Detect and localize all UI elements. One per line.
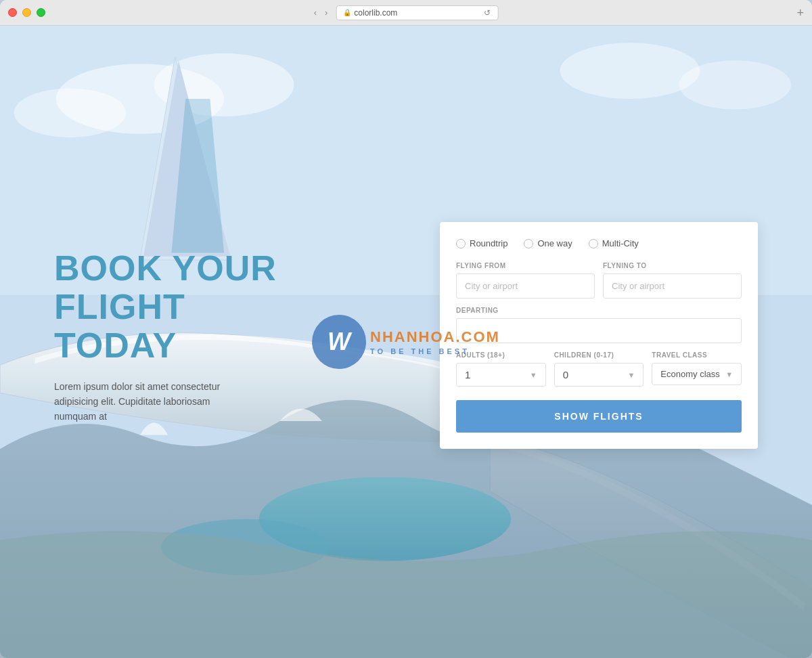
flying-to-input[interactable] <box>603 273 742 299</box>
passengers-row: ADULTS (18+) 1 ▼ CHILDREN (0-17) 0 ▼ TRA… <box>456 351 742 387</box>
roundtrip-label: Roundtrip <box>470 238 508 248</box>
flying-from-group: FLYING FROM <box>456 262 595 299</box>
adults-decrement-icon[interactable]: ▼ <box>530 371 537 379</box>
children-value: 0 <box>563 369 568 380</box>
titlebar-center: ‹ › 🔒 colorlib.com ↺ <box>314 5 499 20</box>
flying-to-label: FLYNING TO <box>603 262 742 269</box>
flying-from-label: FLYING FROM <box>456 262 595 269</box>
minimize-button[interactable] <box>22 8 31 17</box>
travel-class-label: TRAVEL CLASS <box>652 351 742 359</box>
add-tab-button[interactable]: + <box>796 7 804 19</box>
departing-input[interactable] <box>456 318 742 343</box>
url-bar[interactable]: 🔒 colorlib.com ↺ <box>336 5 498 20</box>
hero-title: BOOK YOUR FLIGHT TODAY <box>54 249 277 366</box>
lock-icon: 🔒 <box>343 9 351 16</box>
traffic-lights <box>8 8 45 17</box>
multicity-label: Multi-City <box>602 238 639 248</box>
titlebar-right: + <box>796 7 804 19</box>
travel-class-value: Economy class <box>660 369 719 379</box>
adults-group: ADULTS (18+) 1 ▼ <box>456 351 546 387</box>
dates-row: DEPARTING <box>456 307 742 343</box>
children-stepper[interactable]: 0 ▼ <box>554 363 644 387</box>
svg-point-6 <box>679 60 791 109</box>
travel-class-select[interactable]: Economy class ▼ <box>652 363 742 385</box>
hero-title-line2: FLIGHT <box>54 288 277 326</box>
travel-class-chevron-icon: ▼ <box>725 370 733 378</box>
show-flights-button[interactable]: SHOW FLIGHTS <box>456 400 742 433</box>
url-text: colorlib.com <box>354 8 397 18</box>
oneway-label: One way <box>537 238 572 248</box>
departing-group: DEPARTING <box>456 307 742 343</box>
back-button[interactable]: ‹ <box>314 7 317 18</box>
browser-window: ‹ › 🔒 colorlib.com ↺ + <box>0 0 812 658</box>
fullscreen-button[interactable] <box>37 8 45 17</box>
adults-stepper[interactable]: 1 ▼ <box>456 363 546 387</box>
search-form-card: Roundtrip One way Multi-City FLYING FROM <box>440 222 758 449</box>
children-label: CHILDREN (0-17) <box>554 351 644 359</box>
departing-label: DEPARTING <box>456 307 742 314</box>
roundtrip-radio[interactable] <box>456 239 466 248</box>
origin-destination-row: FLYING FROM FLYNING TO <box>456 262 742 299</box>
oneway-option[interactable]: One way <box>524 238 572 248</box>
titlebar: ‹ › 🔒 colorlib.com ↺ + <box>0 0 812 26</box>
main-content: W NHANHOA.COM TO BE THE BEST BOOK YOUR F… <box>0 26 812 658</box>
hero-title-line1: BOOK YOUR <box>54 249 277 288</box>
roundtrip-option[interactable]: Roundtrip <box>456 238 508 248</box>
children-decrement-icon[interactable]: ▼ <box>627 371 635 379</box>
hero-section: BOOK YOUR FLIGHT TODAY Lorem ipsum dolor… <box>54 249 277 424</box>
hero-title-line3: TODAY <box>54 326 277 365</box>
trip-type-group: Roundtrip One way Multi-City <box>456 238 742 248</box>
flying-to-group: FLYNING TO <box>603 262 742 299</box>
travel-class-group: TRAVEL CLASS Economy class ▼ <box>652 351 742 387</box>
flying-from-input[interactable] <box>456 273 595 299</box>
reload-icon[interactable]: ↺ <box>484 8 491 18</box>
svg-point-5 <box>560 43 700 99</box>
adults-label: ADULTS (18+) <box>456 351 546 359</box>
adults-value: 1 <box>465 369 470 380</box>
hero-subtitle: Lorem ipsum dolor sit amet consectetur a… <box>54 379 244 424</box>
close-button[interactable] <box>8 8 17 17</box>
forward-button[interactable]: › <box>325 7 328 18</box>
oneway-radio[interactable] <box>524 239 533 248</box>
multicity-option[interactable]: Multi-City <box>589 238 639 248</box>
svg-point-4 <box>14 89 127 137</box>
multicity-radio[interactable] <box>589 239 598 248</box>
children-group: CHILDREN (0-17) 0 ▼ <box>554 351 644 387</box>
